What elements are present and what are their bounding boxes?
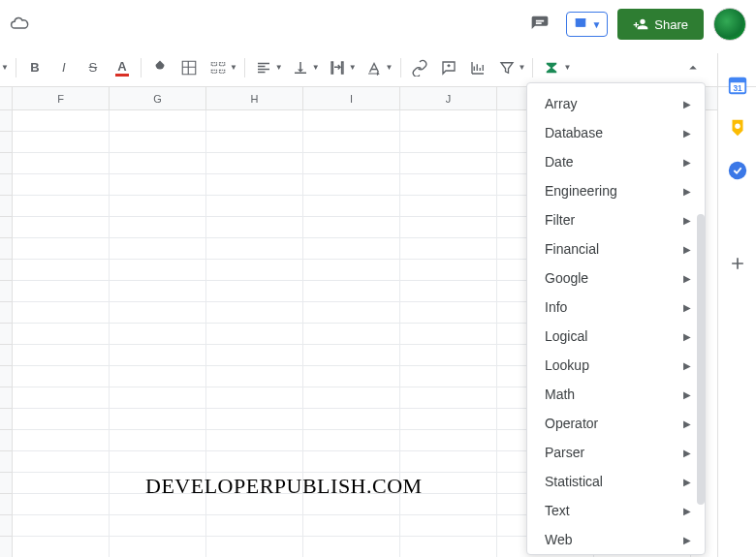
cell[interactable] [13,366,110,387]
cell[interactable] [206,281,303,302]
cell[interactable] [206,302,303,324]
cell[interactable] [13,132,110,153]
row-header[interactable] [0,238,13,260]
strikethrough-button[interactable]: S [79,54,107,81]
cell[interactable] [303,366,400,387]
cell[interactable] [206,153,303,174]
row-header[interactable] [0,430,13,451]
merge-cells-button[interactable] [205,54,232,81]
cell[interactable] [110,238,206,260]
caret-down-icon[interactable]: ▼ [563,63,571,72]
cell[interactable] [206,260,303,281]
cell[interactable] [110,132,206,153]
cell[interactable] [400,153,497,174]
cell[interactable] [206,537,303,557]
cell[interactable] [303,515,400,537]
caret-down-icon[interactable]: ▼ [275,63,283,72]
cell[interactable] [13,110,110,132]
cell[interactable] [13,515,110,537]
cell[interactable] [400,515,497,537]
cell[interactable] [13,387,110,409]
cell[interactable] [400,409,497,430]
cell[interactable] [110,409,206,430]
cell[interactable] [13,196,110,217]
cell[interactable] [400,451,497,473]
cell[interactable] [400,345,497,366]
row-header[interactable] [0,324,13,345]
cell[interactable] [13,451,110,473]
cell[interactable] [13,217,110,238]
row-header[interactable] [0,451,13,473]
cell[interactable] [303,110,400,132]
text-color-button[interactable]: A [109,54,136,81]
functions-menu-item[interactable]: Google▶ [527,263,705,293]
cell[interactable] [110,345,206,366]
cell[interactable] [110,153,206,174]
column-header[interactable]: F [13,87,110,109]
cell[interactable] [303,345,400,366]
cell[interactable] [206,409,303,430]
row-header[interactable] [0,409,13,430]
row-header[interactable] [0,217,13,238]
collapse-toolbar-button[interactable] [679,54,707,81]
cell[interactable] [303,153,400,174]
cell[interactable] [303,260,400,281]
cell[interactable] [13,153,110,174]
row-header[interactable] [0,281,13,302]
insert-comment-button[interactable] [435,54,462,81]
cell[interactable] [400,430,497,451]
cell[interactable] [13,345,110,366]
scrollbar[interactable] [697,214,705,505]
row-header[interactable] [0,345,13,366]
functions-menu-item[interactable]: Filter▶ [527,205,705,234]
cell[interactable] [110,451,206,473]
cell[interactable] [110,366,206,387]
vertical-align-button[interactable] [287,54,314,81]
cell[interactable] [110,196,206,217]
cloud-saved-icon[interactable] [10,14,29,36]
cell[interactable] [13,281,110,302]
row-header[interactable] [0,537,13,557]
cell[interactable] [13,494,110,515]
functions-menu-item[interactable]: Financial▶ [527,234,705,263]
cell[interactable] [400,174,497,196]
cell[interactable] [13,473,110,494]
row-header[interactable] [0,132,13,153]
borders-button[interactable] [175,54,203,81]
cell[interactable] [110,174,206,196]
cell[interactable] [400,324,497,345]
caret-down-icon[interactable]: ▼ [312,63,320,72]
cell[interactable] [206,174,303,196]
cell[interactable] [13,409,110,430]
cell[interactable] [303,537,400,557]
cell[interactable] [110,387,206,409]
cell[interactable] [206,451,303,473]
cell[interactable] [400,217,497,238]
caret-down-icon[interactable]: ▼ [519,63,526,72]
functions-menu-item[interactable]: Parser▶ [527,438,705,467]
comments-icon[interactable] [523,8,556,41]
text-wrap-button[interactable] [324,54,351,81]
caret-down-icon[interactable]: ▼ [386,63,394,72]
cell[interactable] [400,387,497,409]
present-button[interactable]: ▼ [566,12,608,37]
functions-menu-item[interactable]: Text▶ [527,496,705,525]
corner-cell[interactable] [0,87,13,109]
cell[interactable] [400,537,497,557]
tasks-icon[interactable] [727,160,748,181]
cell[interactable] [206,345,303,366]
cell[interactable] [400,110,497,132]
cell[interactable] [303,451,400,473]
filter-button[interactable] [493,54,520,81]
column-header[interactable]: H [206,87,303,109]
cell[interactable] [400,238,497,260]
cell[interactable] [110,324,206,345]
cell[interactable] [13,430,110,451]
add-icon[interactable] [727,253,748,274]
row-header[interactable] [0,387,13,409]
cell[interactable] [13,174,110,196]
cell[interactable] [206,238,303,260]
cell[interactable] [303,324,400,345]
fill-color-button[interactable] [146,54,173,81]
more-caret[interactable]: ▼ [1,63,9,72]
